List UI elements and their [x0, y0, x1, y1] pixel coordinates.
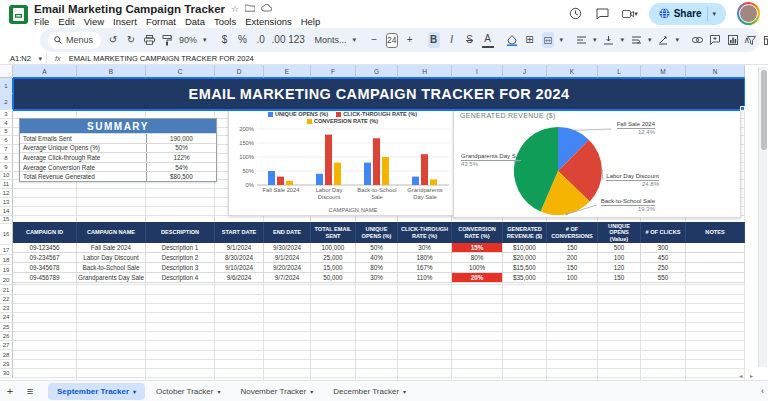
menu-tools[interactable]: Tools [214, 16, 236, 27]
table-header-cell[interactable]: CONVERSION RATE (%) [452, 222, 503, 243]
sheet-tab-november-tracker[interactable]: November Tracker▾ [231, 383, 322, 400]
menu-edit[interactable]: Edit [58, 16, 74, 27]
row-header-19[interactable]: 19 [0, 265, 13, 275]
table-cell[interactable]: 250 [641, 263, 686, 273]
column-header-G[interactable]: G [356, 65, 398, 78]
column-header-N[interactable]: N [686, 65, 745, 78]
meet-video-icon[interactable]: ▾ [622, 6, 638, 22]
table-header-cell[interactable]: TOTAL EMAIL SENT [311, 222, 356, 243]
sheet-tab-caret[interactable]: ▾ [310, 388, 313, 395]
cloud-status-icon[interactable] [261, 4, 272, 14]
text-rotation-caret[interactable]: ▾ [676, 36, 680, 44]
table-cell[interactable]: 100 [547, 273, 598, 283]
table-cell[interactable]: 150 [547, 263, 598, 273]
summary-value[interactable]: 190,000 [147, 134, 216, 143]
print-icon[interactable] [143, 32, 155, 48]
vertical-align-icon[interactable] [603, 32, 615, 48]
column-header-F[interactable]: F [311, 65, 356, 78]
text-wrap-icon[interactable] [630, 32, 642, 48]
row-header-24[interactable]: 24 [0, 313, 13, 322]
row-header-16[interactable]: 16 [0, 224, 13, 245]
sheet-tab-december-tracker[interactable]: December Tracker▾ [324, 383, 415, 400]
bold-button[interactable]: B [428, 32, 440, 48]
name-box-caret[interactable]: ▾ [38, 55, 42, 63]
table-cell[interactable]: 550 [641, 273, 686, 283]
sheet-tab-october-tracker[interactable]: October Tracker▾ [147, 383, 229, 400]
row-header-8[interactable]: 8 [0, 154, 13, 163]
table-cell[interactable]: 450 [641, 253, 686, 263]
table-cell[interactable]: 9/1/2024 [264, 253, 311, 263]
table-cell[interactable]: 9/7/2024 [264, 273, 311, 283]
row-header-4[interactable]: 4 [0, 119, 13, 128]
title-banner-cell[interactable]: EMAIL MARKETING CAMPAIGN TRACKER FOR 202… [13, 78, 745, 110]
row-header-11[interactable]: 11 [0, 180, 13, 189]
table-cell[interactable]: 167% [398, 263, 452, 273]
menu-format[interactable]: Format [146, 16, 176, 27]
row-header-26[interactable]: 26 [0, 332, 13, 341]
row-header-3[interactable]: 3 [0, 110, 13, 119]
horizontal-align-caret[interactable]: ▾ [593, 36, 597, 44]
decrease-decimal-icon[interactable]: .0 [255, 32, 267, 48]
column-header-A[interactable]: A [13, 65, 77, 78]
table-cell[interactable]: 9/30/2024 [264, 243, 311, 253]
text-color-button[interactable]: A [482, 32, 494, 48]
row-header-15[interactable]: 15 [0, 216, 13, 225]
number-format-icon[interactable]: 123 [291, 32, 303, 48]
zoom-caret[interactable]: ▾ [203, 36, 207, 44]
column-header-I[interactable]: I [452, 65, 503, 78]
table-header-cell[interactable]: CAMPAIGN NAME [77, 222, 146, 243]
comments-icon[interactable] [595, 6, 611, 22]
row-header-12[interactable]: 12 [0, 189, 13, 198]
table-cell[interactable]: 9/10/2024 [215, 263, 264, 273]
vertical-align-caret[interactable]: ▾ [621, 36, 625, 44]
sheet-tab-september-tracker[interactable]: September Tracker▾ [48, 383, 145, 400]
table-header-cell[interactable]: CLICK-THROUGH RATE (%) [398, 222, 452, 243]
row-header-27[interactable]: 27 [0, 341, 13, 350]
table-header-cell[interactable]: DESCRIPTION [146, 222, 215, 243]
document-title[interactable]: Email Marketing Campaign Tracker [34, 3, 225, 15]
add-sheet-button[interactable]: + [0, 385, 20, 397]
table-header-cell[interactable]: CAMPAIGN ID [13, 222, 77, 243]
italic-button[interactable]: I [446, 32, 458, 48]
text-rotation-icon[interactable] [658, 32, 670, 48]
table-header-cell[interactable]: START DATE [215, 222, 264, 243]
table-cell[interactable]: 9/20/2024 [264, 263, 311, 273]
table-cell[interactable] [686, 253, 745, 263]
column-header-M[interactable]: M [641, 65, 686, 78]
cell-grid[interactable]: EMAIL MARKETING CAMPAIGN TRACKER FOR 202… [13, 78, 745, 380]
text-wrap-caret[interactable]: ▾ [648, 36, 652, 44]
merge-cells-icon[interactable] [542, 32, 554, 48]
insert-comment-icon[interactable] [709, 32, 721, 48]
increase-decimal-icon[interactable]: .00 [273, 32, 285, 48]
table-cell[interactable] [686, 243, 745, 253]
table-cell[interactable]: 180% [398, 253, 452, 263]
table-header-cell[interactable]: # OF CONVERSIONS [547, 222, 598, 243]
pie-chart[interactable]: GENERATED REVENUE ($) Fall Sale 202412.4… [453, 107, 741, 218]
table-cell[interactable]: 40% [356, 253, 398, 263]
table-cell[interactable] [686, 273, 745, 283]
summary-value[interactable]: 54% [147, 163, 216, 172]
table-cell[interactable]: 15,000 [311, 263, 356, 273]
increase-font-size-button[interactable]: + [404, 32, 416, 48]
table-cell[interactable]: 80% [452, 253, 503, 263]
table-cell[interactable]: Labor Day Discount [77, 253, 146, 263]
table-header-cell[interactable]: GENERATED REVENUE ($) [503, 222, 547, 243]
table-cell[interactable]: 09-345678 [13, 263, 77, 273]
row-header-18[interactable]: 18 [0, 255, 13, 265]
table-cell[interactable]: Grandparents Day Sale [77, 273, 146, 283]
table-cell[interactable]: 500 [598, 243, 641, 253]
paint-format-icon[interactable] [161, 32, 173, 48]
percent-format-icon[interactable]: % [237, 32, 249, 48]
sheet-tab-caret[interactable]: ▾ [133, 388, 136, 395]
table-cell[interactable]: Fall Sale 2024 [77, 243, 146, 253]
table-cell[interactable]: $10,000 [503, 243, 547, 253]
table-cell[interactable]: Description 2 [146, 253, 215, 263]
table-cell[interactable]: 09-234567 [13, 253, 77, 263]
menu-insert[interactable]: Insert [113, 16, 137, 27]
summary-value[interactable]: 122% [147, 153, 216, 162]
table-cell[interactable]: 100% [452, 263, 503, 273]
table-cell[interactable]: Description 3 [146, 263, 215, 273]
table-cell[interactable]: Description 1 [146, 243, 215, 253]
selection-fill-handle[interactable] [740, 106, 745, 111]
font-size-input[interactable]: 24 [386, 33, 397, 48]
